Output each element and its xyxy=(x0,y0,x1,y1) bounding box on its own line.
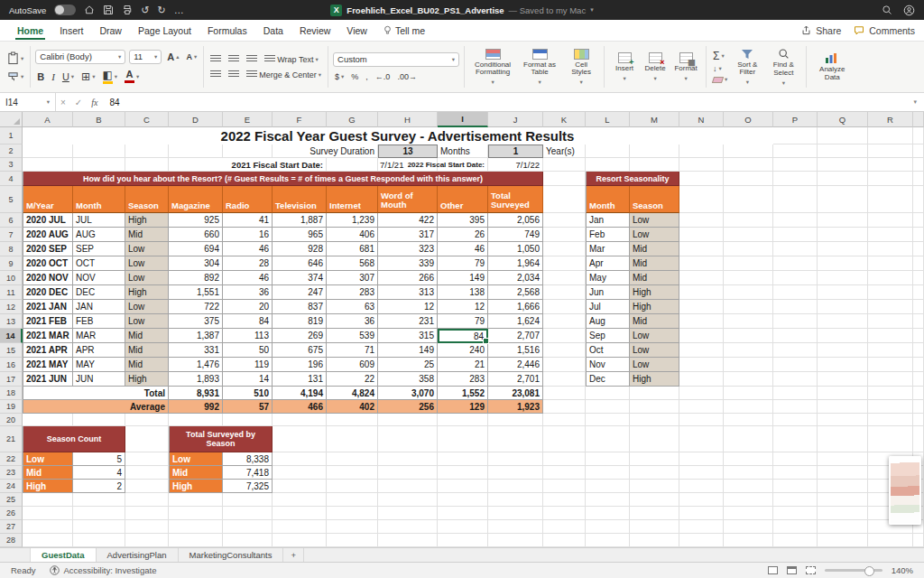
chevron-down-icon[interactable]: ▾ xyxy=(590,6,594,14)
sheet-tab-marketingconsultants[interactable]: MarketingConsultants xyxy=(179,548,284,562)
cell-J6[interactable]: 2,056 xyxy=(488,213,543,228)
cell-C3[interactable] xyxy=(125,158,169,172)
cell-E16[interactable]: 119 xyxy=(223,358,273,372)
cell-F16[interactable]: 196 xyxy=(273,358,327,372)
align-right-button[interactable] xyxy=(245,54,259,64)
cell-J13[interactable]: 1,624 xyxy=(488,314,543,329)
fill-color-button[interactable]: ◧▾ xyxy=(100,69,119,85)
cell-F24[interactable] xyxy=(273,480,327,493)
cell-Q27[interactable] xyxy=(818,520,868,534)
cell-Q6[interactable] xyxy=(818,213,868,228)
cell-R28[interactable] xyxy=(868,534,913,547)
page-break-view-icon[interactable] xyxy=(806,566,816,574)
cell-Q20[interactable] xyxy=(818,414,868,426)
cell-M19[interactable] xyxy=(630,400,679,414)
cell-P3[interactable] xyxy=(773,158,818,172)
cell-D23[interactable]: Mid xyxy=(169,466,223,480)
row-header-19[interactable]: 19 xyxy=(0,400,23,414)
cell-A12[interactable]: 2021 JAN xyxy=(23,300,73,314)
cell-J19[interactable]: 1,923 xyxy=(488,400,543,414)
cell-P1[interactable] xyxy=(773,127,818,144)
cell-L25[interactable] xyxy=(586,493,630,507)
cell-G22[interactable] xyxy=(327,452,378,466)
cell-M26[interactable] xyxy=(630,507,679,520)
cell-L27[interactable] xyxy=(586,520,630,534)
cell-K6[interactable] xyxy=(543,213,586,228)
cell-F10[interactable]: 374 xyxy=(273,271,327,285)
cell-I28[interactable] xyxy=(438,534,488,547)
cell-P6[interactable] xyxy=(773,213,818,228)
cell-F7[interactable]: 965 xyxy=(273,228,327,242)
cell-E19[interactable]: 57 xyxy=(223,400,273,414)
cell-C15[interactable]: Mid xyxy=(125,343,169,358)
cell-L4[interactable]: Resort Seasonality xyxy=(586,172,679,186)
cell-C8[interactable]: Low xyxy=(125,242,169,256)
cell-D6[interactable]: 925 xyxy=(169,213,223,228)
cell-O17[interactable] xyxy=(724,372,773,387)
cell-L12[interactable]: Jul xyxy=(586,300,630,314)
cell-P18[interactable] xyxy=(773,387,818,400)
row-header-23[interactable]: 23 xyxy=(0,466,23,480)
cell-G23[interactable] xyxy=(327,466,378,480)
tab-insert[interactable]: Insert xyxy=(51,22,91,40)
row-header-24[interactable]: 24 xyxy=(0,480,23,493)
cell-L19[interactable] xyxy=(586,400,630,414)
col-header-I[interactable]: I xyxy=(438,112,488,127)
cell-H28[interactable] xyxy=(378,534,438,547)
cell-Q16[interactable] xyxy=(818,358,868,372)
cell-Q21[interactable] xyxy=(818,426,868,452)
cell-H19[interactable]: 256 xyxy=(378,400,438,414)
row-header-2[interactable]: 2 xyxy=(0,144,23,158)
col-header-D[interactable]: D xyxy=(169,112,223,127)
cell-R2[interactable] xyxy=(868,144,913,158)
cell-K12[interactable] xyxy=(543,300,586,314)
cell-A14[interactable]: 2021 MAR xyxy=(23,329,73,343)
cell-E20[interactable] xyxy=(223,414,273,426)
cell-P7[interactable] xyxy=(773,228,818,242)
cell-O21[interactable] xyxy=(724,426,773,452)
row-header-26[interactable]: 26 xyxy=(0,507,23,520)
cell-O15[interactable] xyxy=(724,343,773,358)
cell-H23[interactable] xyxy=(378,466,438,480)
cell-D12[interactable]: 722 xyxy=(169,300,223,314)
cell-L18[interactable] xyxy=(586,387,630,400)
decrease-decimal-button[interactable]: .00→ xyxy=(395,71,419,82)
cell-K7[interactable] xyxy=(543,228,586,242)
undo-icon[interactable]: ↺ xyxy=(141,5,149,15)
cell-B5[interactable]: Month xyxy=(73,186,125,213)
cell-K28[interactable] xyxy=(543,534,586,547)
cell-D16[interactable]: 1,476 xyxy=(169,358,223,372)
cell-I25[interactable] xyxy=(438,493,488,507)
cell-G16[interactable]: 609 xyxy=(327,358,378,372)
cell-A10[interactable]: 2020 NOV xyxy=(23,271,73,285)
cell-L2[interactable] xyxy=(586,144,630,158)
cell-Q9[interactable] xyxy=(818,256,868,271)
cell-I3[interactable]: 2022 Fiscal Start Date: xyxy=(438,158,488,172)
cell-C25[interactable] xyxy=(125,493,169,507)
cell-B6[interactable]: JUL xyxy=(73,213,125,228)
cell-N11[interactable] xyxy=(679,285,724,300)
cell-I17[interactable]: 283 xyxy=(438,372,488,387)
cell-M14[interactable]: Low xyxy=(630,329,679,343)
cell-E27[interactable] xyxy=(223,520,273,534)
cell-A19[interactable]: Average xyxy=(23,400,169,414)
cell-C16[interactable]: Mid xyxy=(125,358,169,372)
cell-O20[interactable] xyxy=(724,414,773,426)
cell-L16[interactable]: Nov xyxy=(586,358,630,372)
cell-M18[interactable] xyxy=(630,387,679,400)
search-icon[interactable] xyxy=(882,5,892,15)
cell-J21[interactable] xyxy=(488,426,543,452)
tab-review[interactable]: Review xyxy=(291,22,338,40)
cell-J26[interactable] xyxy=(488,507,543,520)
cell-K21[interactable] xyxy=(543,426,586,452)
cell-C10[interactable]: Low xyxy=(125,271,169,285)
row-header-25[interactable]: 25 xyxy=(0,493,23,507)
save-icon[interactable] xyxy=(103,5,114,15)
col-header-M[interactable]: M xyxy=(630,112,679,127)
cell-E17[interactable]: 14 xyxy=(223,372,273,387)
cell-H10[interactable]: 266 xyxy=(378,271,438,285)
formula-bar-expand-icon[interactable]: ▾ xyxy=(906,93,924,111)
cell-A26[interactable] xyxy=(23,507,73,520)
cell-L7[interactable]: Feb xyxy=(586,228,630,242)
cell-G24[interactable] xyxy=(327,480,378,493)
